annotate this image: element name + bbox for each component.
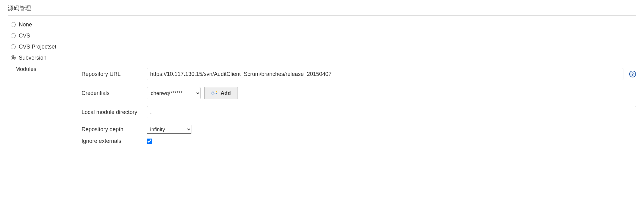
repo-url-label: Repository URL: [82, 71, 143, 77]
scm-option-cvs-row: CVS: [11, 32, 636, 39]
scm-radio-group: None CVS CVS Projectset Subversion Modul…: [11, 21, 636, 151]
scm-radio-cvs-projectset[interactable]: [11, 44, 16, 49]
scm-option-none-row: None: [11, 21, 636, 28]
scm-label-cvs-projectset[interactable]: CVS Projectset: [19, 44, 56, 50]
modules-fields: Repository URL ? Credentials chenwq/****…: [82, 65, 636, 151]
credentials-label: Credentials: [82, 90, 143, 96]
credentials-row: Credentials chenwq/****** Add: [82, 87, 636, 99]
svg-rect-5: [216, 93, 217, 94]
ignore-externals-row: Ignore externals: [82, 138, 636, 144]
local-dir-label: Local module directory: [82, 109, 143, 116]
svg-point-3: [212, 92, 214, 94]
svg-point-6: [216, 91, 217, 92]
modules-section: Modules Repository URL ? Credentials che…: [11, 65, 636, 151]
svg-text:?: ?: [631, 72, 634, 76]
local-dir-input[interactable]: [147, 106, 636, 118]
scm-option-svn-row: Subversion: [11, 54, 636, 61]
add-button-label: Add: [221, 90, 231, 96]
scm-option-cvsps-row: CVS Projectset: [11, 43, 636, 50]
local-dir-row: Local module directory: [82, 106, 636, 118]
key-icon: [211, 91, 218, 96]
help-icon[interactable]: ?: [629, 70, 636, 78]
scm-label-subversion[interactable]: Subversion: [19, 55, 46, 61]
repo-depth-label: Repository depth: [82, 126, 143, 133]
scm-radio-subversion[interactable]: [11, 55, 16, 60]
repo-depth-select[interactable]: infinity: [147, 125, 191, 134]
section-title: 源码管理: [8, 3, 636, 16]
ignore-externals-checkbox[interactable]: [147, 139, 152, 144]
modules-section-label: Modules: [11, 65, 82, 73]
ignore-externals-label: Ignore externals: [82, 138, 143, 144]
repo-depth-row: Repository depth infinity: [82, 125, 636, 134]
scm-label-cvs[interactable]: CVS: [19, 33, 30, 39]
repo-url-input[interactable]: [147, 68, 623, 80]
scm-radio-cvs[interactable]: [11, 33, 16, 38]
scm-label-none[interactable]: None: [19, 22, 32, 28]
repo-url-row: Repository URL ?: [82, 68, 636, 80]
credentials-select[interactable]: chenwq/******: [147, 87, 201, 99]
add-credentials-button[interactable]: Add: [204, 87, 238, 99]
scm-radio-none[interactable]: [11, 22, 16, 27]
